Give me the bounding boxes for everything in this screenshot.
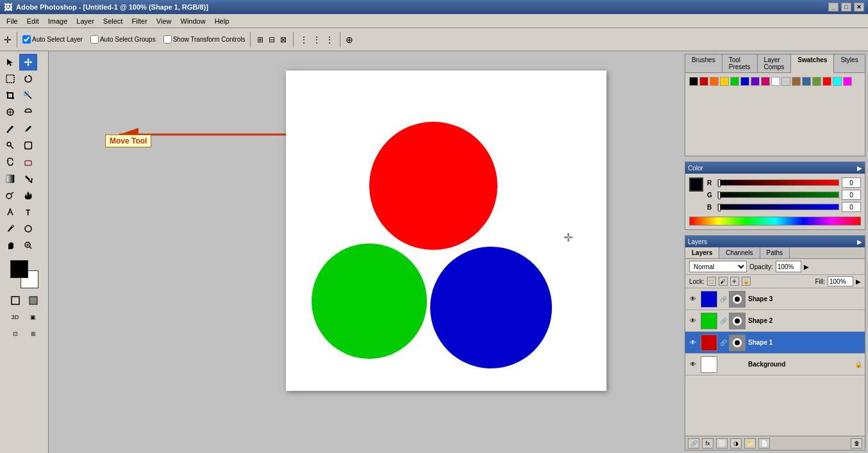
wand-icon[interactable]: ⊕ [346,35,353,45]
align-left-icon[interactable]: ⊞ [256,34,265,45]
red-slider[interactable] [717,179,839,186]
layer-row-shape3[interactable]: 👁 🔗 Shape 3 [685,288,865,310]
dodge-tool-button[interactable] [1,187,19,204]
swatch-magenta[interactable] [843,77,852,86]
swatch-brown[interactable] [792,77,801,86]
green-slider[interactable] [717,192,839,198]
menu-select[interactable]: Select [99,16,127,26]
swatch-gray[interactable] [781,77,790,86]
swatch-orange[interactable] [710,77,719,86]
patch-tool-button[interactable] [19,104,37,120]
brush-tool-button[interactable] [1,120,19,137]
marquee-tool-button[interactable] [1,70,19,87]
maximize-button[interactable]: □ [841,3,851,12]
swatch-green[interactable] [730,77,739,86]
layer-effects-button[interactable]: fx [702,438,714,449]
add-mask-button[interactable]: ⬜ [716,438,728,449]
screen-mode-button[interactable]: ▣ [24,309,42,325]
swatch-white[interactable] [771,77,780,86]
minimize-button[interactable]: _ [828,3,839,12]
layers-tab[interactable]: Layers [685,247,719,258]
layer-comps-tab[interactable]: Layer Comps [758,54,792,72]
layer-visibility-shape3[interactable]: 👁 [688,294,698,304]
close-button[interactable]: ✕ [854,3,864,12]
auto-select-layer-checkbox[interactable]: Auto Select Layer [22,35,83,44]
distribute-center-icon[interactable]: ⋮ [312,34,322,45]
zoom-tool-button[interactable] [19,237,37,254]
document-canvas[interactable] [286,70,606,391]
r-value-input[interactable] [842,177,861,188]
layer-visibility-background[interactable]: 👁 [688,359,698,370]
menu-edit[interactable]: Edit [23,16,43,26]
opacity-input[interactable] [776,261,801,272]
opacity-arrow[interactable]: ▶ [804,263,809,270]
fullscreen-button[interactable] [24,292,42,309]
add-link-button[interactable]: 🔗 [688,438,699,449]
swatch-pink[interactable] [761,77,770,86]
swatch-yellow[interactable] [720,77,729,86]
g-value-input[interactable] [842,190,861,200]
color-panel-arrow[interactable]: ▶ [857,165,862,172]
auto-select-groups-checkbox[interactable]: Auto Select Groups [90,35,156,44]
menu-filter[interactable]: Filter [128,16,151,26]
hand-tool-button[interactable] [1,237,19,254]
show-transform-controls-checkbox[interactable]: Show Transform Controls [163,35,246,44]
layers-panel-arrow[interactable]: ▶ [857,238,862,245]
menu-file[interactable]: File [3,16,22,26]
new-adjustment-button[interactable]: ◑ [730,438,742,449]
crop-tool-button[interactable] [1,87,19,104]
slice-tool-button[interactable] [19,87,37,104]
healing-tool-button[interactable] [1,104,19,120]
color-spectrum-strip[interactable] [689,217,861,226]
menu-layer[interactable]: Layer [72,16,98,26]
lock-move-button[interactable]: ✛ [730,277,739,286]
clone-tool-button[interactable] [1,137,19,154]
distribute-left-icon[interactable]: ⋮ [299,34,309,45]
layer-row-shape2[interactable]: 👁 🔗 Shape 2 [685,310,865,332]
lasso-tool-button[interactable] [19,70,37,87]
layer-visibility-shape1[interactable]: 👁 [688,338,698,348]
blend-mode-select[interactable]: Normal Dissolve Multiply Screen Overlay [689,261,747,272]
tool-presets-tab[interactable]: Tool Presets [722,54,758,72]
selection-tool-button[interactable] [1,54,19,70]
swatches-tab[interactable]: Swatches [791,54,834,73]
move-tool-button[interactable] [19,54,37,70]
history-brush-button[interactable] [1,154,19,170]
layer-visibility-shape2[interactable]: 👁 [688,316,698,326]
pen-tool-button[interactable] [1,220,19,237]
menu-window[interactable]: Window [177,16,210,26]
color-fg-swatch[interactable] [689,177,703,192]
standard-screen-button[interactable] [6,292,24,309]
fill-arrow[interactable]: ▶ [856,278,861,285]
eraser-tool-button[interactable] [19,154,37,170]
swatch-steel-blue[interactable] [802,77,811,86]
menu-view[interactable]: View [153,16,176,26]
brushes-tab[interactable]: Brushes [685,54,722,72]
shape-tool-button[interactable] [19,220,37,237]
fill-input[interactable] [828,276,853,286]
burn-tool-button[interactable] [19,187,37,204]
new-layer-button[interactable]: 📄 [758,438,770,449]
swatch-olive[interactable] [812,77,821,86]
swatch-cyan[interactable] [833,77,842,86]
foreground-color-swatch[interactable] [10,260,28,278]
styles-tab[interactable]: Styles [834,54,865,72]
menu-image[interactable]: Image [44,16,72,26]
3d-button[interactable]: 3D [6,309,24,325]
b-value-input[interactable] [842,202,861,212]
path-tool-button[interactable] [1,204,19,220]
new-group-button[interactable]: 📁 [744,438,756,449]
swatch-red-dark[interactable] [699,77,708,86]
layer-row-shape1[interactable]: 👁 🔗 Shape 1 [685,332,865,354]
swatch-red[interactable] [822,77,831,86]
extras-button-2[interactable]: ⊞ [24,325,42,342]
swatch-purple[interactable] [751,77,760,86]
align-center-icon[interactable]: ⊟ [267,34,276,45]
menu-help[interactable]: Help [211,16,233,26]
extras-button-1[interactable]: ⊡ [6,325,24,342]
window-controls[interactable]: _ □ ✕ [828,3,864,12]
pattern-tool-button[interactable] [19,137,37,154]
blue-slider[interactable] [717,204,839,210]
lock-all-button[interactable]: 🔒 [742,277,751,286]
lock-transparent-button[interactable]: ⬚ [707,277,716,286]
